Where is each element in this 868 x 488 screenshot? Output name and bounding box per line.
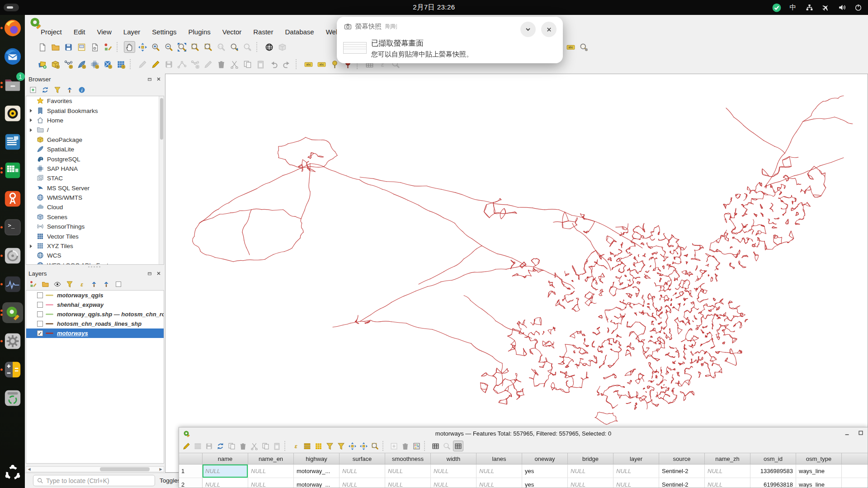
browser-item-geopackage[interactable]: GeoPackage (26, 135, 164, 145)
add-selected-layers-icon[interactable] (28, 85, 38, 94)
expand-arrow-icon[interactable] (30, 128, 34, 132)
locate-search-input[interactable]: Type to locate (Ctrl+K) (33, 475, 155, 486)
expand-arrow-icon[interactable] (30, 244, 34, 248)
cell-layer[interactable]: NULL (613, 478, 659, 488)
add-group-icon[interactable] (41, 280, 50, 289)
cell-osm_type[interactable]: ways_line (796, 465, 842, 478)
dock-item-settings[interactable] (2, 331, 23, 352)
zoom-in-icon[interactable] (150, 41, 161, 53)
open-project-icon[interactable] (50, 41, 61, 53)
redo-icon[interactable] (281, 58, 292, 70)
column-header-bridge[interactable]: bridge (568, 453, 613, 464)
browser-item-cloud[interactable]: Cloud (26, 202, 164, 212)
row-number[interactable]: 2 (179, 478, 203, 488)
cell-surface[interactable]: NULL (340, 465, 385, 478)
style-manager-icon[interactable] (102, 41, 113, 53)
zoom-to-layer-icon[interactable] (203, 41, 214, 53)
select-by-expression-icon[interactable] (291, 441, 301, 451)
dock-item-trash[interactable] (2, 388, 23, 408)
volume-icon[interactable] (837, 3, 846, 12)
zoom-out-icon[interactable] (163, 41, 175, 53)
cell-osm_type[interactable]: ways_line (796, 478, 842, 488)
dock-item-calculator[interactable] (2, 359, 23, 380)
column-header-osm_id[interactable]: osm_id (750, 453, 796, 464)
cell-name_zh[interactable]: NULL (705, 478, 750, 488)
layer-item-shenhai-expway[interactable]: shenhai_expway (26, 300, 164, 310)
dock-item-thunderbird[interactable] (2, 46, 23, 67)
new-shapefile-layer-icon[interactable] (63, 58, 74, 70)
toggle-editing-icon[interactable] (150, 58, 161, 70)
layers-hscrollbar[interactable]: ◀ ▶ (26, 466, 164, 472)
screenshot-notification[interactable]: 螢幕快照 剛剛 已擷取螢幕畫面 您可以自剪貼簿中貼上螢幕快照。 (337, 17, 563, 63)
layer-visibility-checkbox[interactable] (37, 292, 43, 298)
dock-item-disks[interactable] (2, 245, 23, 266)
column-header-surface[interactable]: surface (340, 453, 385, 464)
browser-item-xyz-tiles[interactable]: XYZ Tiles (26, 241, 164, 251)
browser-item-wms-wmts[interactable]: WMS/WMTS (26, 193, 164, 202)
dock-item-terminal[interactable]: >_ (2, 217, 23, 238)
conditional-formatting-icon[interactable] (430, 441, 441, 451)
column-header-smoothness[interactable]: smoothness (385, 453, 431, 464)
new-mesh-layer-icon[interactable] (102, 58, 113, 70)
undo-icon[interactable] (268, 58, 279, 70)
column-header-oneway[interactable]: oneway (522, 453, 568, 464)
dock-item-files[interactable]: 1 (2, 75, 23, 95)
cell-smoothness[interactable]: NULL (385, 465, 431, 478)
cell-highway[interactable]: motorway_... (294, 465, 340, 478)
layer-visibility-checkbox[interactable] (37, 302, 43, 308)
new-field-icon[interactable] (389, 441, 399, 451)
menu-plugins[interactable]: Plugins (183, 28, 217, 38)
browser-item-spatialite[interactable]: SpatiaLite (26, 145, 164, 154)
current-edits-icon[interactable] (137, 58, 148, 70)
zoom-to-selected-icon[interactable] (370, 441, 380, 451)
input-method-icon[interactable]: 中 (788, 3, 797, 12)
browser-scrollbar[interactable] (159, 96, 164, 264)
browser-close-button[interactable] (156, 76, 161, 82)
airplane-mode-icon[interactable] (821, 3, 830, 12)
dock-item-firefox[interactable] (2, 18, 23, 38)
deselect-all-icon[interactable] (325, 441, 335, 451)
notification-close-button[interactable] (541, 22, 557, 37)
notification-expand-button[interactable] (520, 22, 536, 37)
filter-features-icon[interactable] (336, 441, 346, 451)
filter-by-expression-icon[interactable] (77, 280, 86, 289)
menu-settings[interactable]: Settings (146, 28, 182, 38)
menu-raster[interactable]: Raster (247, 28, 279, 38)
reload-table-icon[interactable] (215, 441, 226, 451)
column-header-osm_type[interactable]: osm_type (796, 453, 842, 464)
collapse-all-icon[interactable] (102, 280, 111, 289)
layer-item-motorways-qgis[interactable]: motorways_qgis (26, 291, 164, 300)
cell-name[interactable]: NULL (203, 478, 248, 488)
layer-item-motorway-qgis-shp-hotosm-chn-roads[interactable]: motorway_qgis.shp — hotosm_chn_roads (26, 310, 164, 319)
layer-item-motorways[interactable]: ✓motorways (26, 328, 164, 338)
new-virtual-layer-icon[interactable] (89, 58, 100, 70)
zoom-full-icon[interactable] (176, 41, 188, 53)
new-vector-tile-layer-icon[interactable] (115, 58, 127, 70)
cell-source[interactable]: Sentinel-2 (659, 478, 705, 488)
map-canvas[interactable] (165, 74, 868, 473)
browser-item-stac[interactable]: STAC (26, 174, 164, 183)
dock-item-rhythmbox[interactable] (2, 103, 23, 124)
dock-item-libreoffice-writer[interactable] (2, 131, 23, 152)
manage-map-themes-icon[interactable] (53, 280, 62, 289)
cell-smoothness[interactable]: NULL (385, 478, 431, 488)
browser-float-button[interactable] (147, 76, 152, 82)
invert-selection-icon[interactable] (313, 441, 324, 451)
cell-name_en[interactable]: NULL (248, 465, 294, 478)
new-print-layout-icon[interactable] (76, 41, 87, 53)
scroll-left-arrow[interactable]: ◀ (26, 467, 32, 472)
pan-map-icon[interactable] (124, 41, 135, 53)
expand-all-icon[interactable] (90, 280, 99, 289)
row-number-header[interactable] (179, 453, 203, 464)
browser-item-wcs[interactable]: WCS (26, 251, 164, 260)
dock-item-libreoffice-calc[interactable] (2, 160, 23, 181)
cell-highway[interactable]: motorway_... (294, 478, 340, 488)
cell-layer[interactable]: NULL (613, 465, 659, 478)
cell-name[interactable]: NULL (203, 465, 248, 478)
filter-browser-icon[interactable] (53, 85, 62, 94)
menu-project[interactable]: Project (35, 28, 68, 38)
expand-arrow-icon[interactable] (30, 109, 34, 113)
browser-item--[interactable]: / (26, 125, 164, 135)
power-icon[interactable] (854, 3, 863, 12)
layer-diagram-icon[interactable] (316, 58, 327, 70)
